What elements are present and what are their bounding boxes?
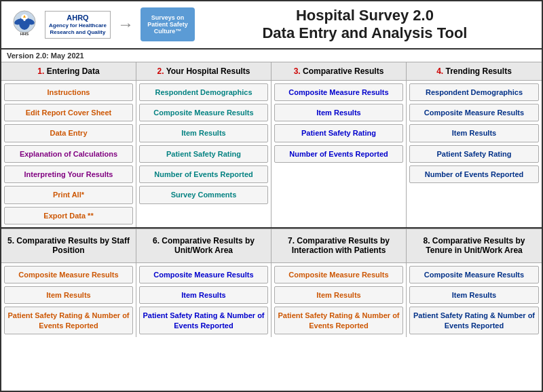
sops-line1: Surveys on — [151, 14, 185, 21]
section-header-s1: 1. Entering Data — [1, 62, 136, 81]
menu-btn-patient-safety-rating[interactable]: Patient Safety Rating — [409, 145, 539, 163]
section-num: 2. — [157, 66, 164, 76]
menu-btn-item-results[interactable]: Item Results — [409, 124, 539, 142]
menu-btn-edit-report-cover-sheet[interactable]: Edit Report Cover Sheet — [4, 104, 133, 121]
bottom-section-bs1: 5. Comparative Results by Staff Position… — [1, 229, 136, 337]
ahrq-line2: Research and Quality — [49, 29, 107, 36]
bottom-section-bs2: 6. Comparative Results by Unit/Work Area… — [136, 229, 272, 337]
bottom-section-bs4: 8. Comparative Results by Tenure in Unit… — [407, 229, 542, 337]
menu-btn-data-entry[interactable]: Data Entry — [4, 124, 133, 142]
section-items-s1: InstructionsEdit Report Cover SheetData … — [1, 81, 136, 227]
section-header-s4: 4. Trending Results — [407, 62, 542, 81]
section-num: 7. — [288, 236, 295, 246]
bottom-btn-item-results[interactable]: Item Results — [4, 286, 133, 304]
section-s3: 3. Comparative ResultsComposite Measure … — [272, 62, 407, 227]
bottom-section-header-bs3: 7. Comparative Results by Interaction wi… — [272, 229, 406, 263]
bottom-section-items-bs1: Composite Measure ResultsItem ResultsPat… — [1, 263, 136, 337]
version-text: Version 2.0: May 2021 — [7, 52, 84, 60]
bottom-sections-grid: 5. Comparative Results by Staff Position… — [1, 229, 542, 337]
bottom-section-items-bs4: Composite Measure ResultsItem ResultsPat… — [407, 263, 542, 337]
main-sections-grid: 1. Entering DataInstructionsEdit Report … — [1, 62, 542, 229]
sops-line3: Culture™ — [154, 28, 182, 35]
section-items-s2: Respondent DemographicsComposite Measure… — [136, 81, 271, 207]
bottom-btn-patient-safety-rating--number-of-events-reported[interactable]: Patient Safety Rating & Number of Events… — [139, 307, 268, 334]
menu-btn-export-data-[interactable]: Export Data ** — [4, 207, 133, 224]
menu-btn-interpreting-your-results[interactable]: Interpreting Your Results — [4, 165, 133, 183]
menu-btn-patient-safety-rating[interactable]: Patient Safety Rating — [139, 145, 268, 163]
menu-btn-composite-measure-results[interactable]: Composite Measure Results — [409, 104, 539, 121]
app-header: HHS AHRQ Agency for Healthcare Research … — [1, 1, 542, 50]
logos-container: HHS AHRQ Agency for Healthcare Research … — [8, 7, 195, 41]
menu-btn-item-results[interactable]: Item Results — [139, 124, 268, 142]
section-items-s3: Composite Measure ResultsItem ResultsPat… — [272, 81, 406, 165]
hhs-logo-icon: HHS — [8, 8, 41, 41]
bottom-section-bs3: 7. Comparative Results by Interaction wi… — [272, 229, 407, 337]
menu-btn-number-of-events-reported[interactable]: Number of Events Reported — [274, 145, 403, 163]
bottom-section-header-bs2: 6. Comparative Results by Unit/Work Area — [136, 229, 271, 263]
bottom-btn-item-results[interactable]: Item Results — [274, 286, 403, 304]
bottom-btn-item-results[interactable]: Item Results — [139, 286, 268, 304]
section-header-s3: 3. Comparative Results — [272, 62, 406, 81]
title-line2: Data Entry and Analysis Tool — [262, 24, 467, 41]
menu-btn-respondent-demographics[interactable]: Respondent Demographics — [409, 83, 539, 101]
bottom-btn-composite-measure-results[interactable]: Composite Measure Results — [409, 266, 539, 283]
version-bar: Version 2.0: May 2021 — [1, 50, 542, 62]
menu-btn-number-of-events-reported[interactable]: Number of Events Reported — [139, 165, 268, 183]
section-s4: 4. Trending ResultsRespondent Demographi… — [407, 62, 542, 227]
section-num: 5. — [7, 236, 14, 246]
ahrq-line1: Agency for Healthcare — [49, 22, 107, 29]
sops-logo: Surveys on Patient Safety Culture™ — [141, 7, 195, 41]
section-num: 4. — [436, 66, 443, 76]
arrow-icon: → — [117, 15, 134, 34]
menu-btn-composite-measure-results[interactable]: Composite Measure Results — [274, 83, 403, 101]
title-line1: Hospital Survey 2.0 — [296, 7, 434, 24]
section-s1: 1. Entering DataInstructionsEdit Report … — [1, 62, 136, 227]
section-num: 6. — [153, 236, 160, 246]
menu-btn-survey-comments[interactable]: Survey Comments — [139, 186, 268, 203]
section-header-s2: 2. Your Hospital Results — [136, 62, 271, 81]
bottom-btn-composite-measure-results[interactable]: Composite Measure Results — [139, 266, 268, 283]
section-num: 8. — [423, 236, 430, 246]
bottom-section-items-bs3: Composite Measure ResultsItem ResultsPat… — [272, 263, 406, 337]
bottom-btn-composite-measure-results[interactable]: Composite Measure Results — [4, 266, 133, 283]
section-s2: 2. Your Hospital ResultsRespondent Demog… — [136, 62, 272, 227]
section-items-s4: Respondent DemographicsComposite Measure… — [407, 81, 542, 186]
menu-btn-item-results[interactable]: Item Results — [274, 104, 403, 121]
menu-btn-instructions[interactable]: Instructions — [4, 83, 133, 101]
section-num: 3. — [294, 66, 301, 76]
bottom-btn-patient-safety-rating--number-of-events-reported[interactable]: Patient Safety Rating & Number of Events… — [274, 307, 403, 334]
bottom-btn-patient-safety-rating--number-of-events-reported[interactable]: Patient Safety Rating & Number of Events… — [409, 307, 539, 334]
bottom-btn-item-results[interactable]: Item Results — [409, 286, 539, 304]
bottom-section-header-bs1: 5. Comparative Results by Staff Position — [1, 229, 136, 263]
menu-btn-print-all[interactable]: Print All* — [4, 186, 133, 203]
menu-btn-number-of-events-reported[interactable]: Number of Events Reported — [409, 165, 539, 183]
sops-line2: Patient Safety — [147, 21, 188, 28]
menu-btn-composite-measure-results[interactable]: Composite Measure Results — [139, 104, 268, 121]
bottom-section-header-bs4: 8. Comparative Results by Tenure in Unit… — [407, 229, 542, 263]
svg-text:HHS: HHS — [20, 32, 29, 36]
bottom-btn-composite-measure-results[interactable]: Composite Measure Results — [274, 266, 403, 283]
ahrq-logo: AHRQ Agency for Healthcare Research and … — [45, 11, 111, 38]
menu-btn-explanation-of-calculations[interactable]: Explanation of Calculations — [4, 145, 133, 163]
bottom-btn-patient-safety-rating--number-of-events-reported[interactable]: Patient Safety Rating & Number of Events… — [4, 307, 133, 334]
menu-btn-respondent-demographics[interactable]: Respondent Demographics — [139, 83, 268, 101]
menu-btn-patient-safety-rating[interactable]: Patient Safety Rating — [274, 124, 403, 142]
bottom-section-items-bs2: Composite Measure ResultsItem ResultsPat… — [136, 263, 271, 337]
section-num: 1. — [37, 66, 44, 76]
app-title: Hospital Survey 2.0 Data Entry and Analy… — [195, 7, 535, 43]
